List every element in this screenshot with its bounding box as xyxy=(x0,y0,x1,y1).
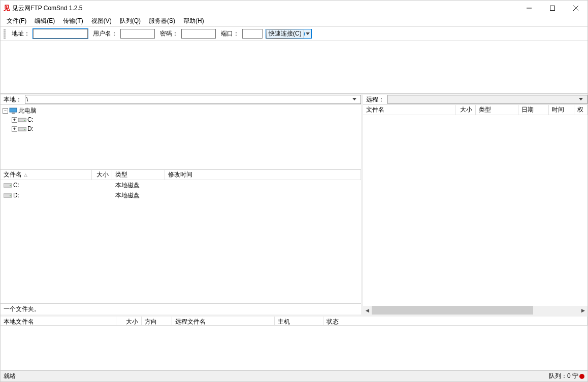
remote-horizontal-scrollbar[interactable]: ◄ ► xyxy=(363,306,587,315)
minimize-button[interactable] xyxy=(517,1,541,16)
status-ready: 就绪 xyxy=(4,372,16,380)
scroll-right-icon[interactable]: ► xyxy=(579,306,587,315)
col-filename[interactable]: 文件名 xyxy=(363,105,455,115)
local-file-list[interactable]: C: 本地磁盘 D: 本地磁盘 xyxy=(1,180,361,303)
tree-root-label[interactable]: 此电脑 xyxy=(18,107,37,115)
col-date[interactable]: 日期 xyxy=(518,105,549,115)
status-queue: 队列：0 宁 xyxy=(549,372,578,380)
local-path-combo[interactable]: \ xyxy=(25,95,361,104)
col-perm[interactable]: 权 xyxy=(574,105,587,115)
local-summary: 一个文件夹。 xyxy=(1,303,361,315)
tree-expand-icon[interactable]: + xyxy=(12,117,17,123)
tree-expand-icon[interactable]: + xyxy=(12,126,17,132)
local-list-header: 文件名△ 大小 类型 修改时间 xyxy=(1,170,361,180)
col-direction[interactable]: 方向 xyxy=(142,317,172,325)
menu-bar: 文件(F) 编辑(E) 传输(T) 视图(V) 队列(Q) 服务器(S) 帮助(… xyxy=(1,16,587,27)
drive-icon xyxy=(18,126,26,132)
remote-file-list[interactable] xyxy=(363,115,587,306)
chevron-down-icon[interactable] xyxy=(352,98,360,101)
svg-point-7 xyxy=(24,120,25,121)
col-type[interactable]: 类型 xyxy=(476,105,518,115)
local-panel: 本地： \ − 此电脑 + C: + xyxy=(1,94,363,315)
svg-point-11 xyxy=(10,185,11,186)
queue-header: 本地文件名 大小 方向 远程文件名 主机 状态 xyxy=(1,315,587,326)
queue-indicator-icon xyxy=(579,374,584,379)
remote-panel: 远程： 文件名 大小 类型 日期 时间 权 ◄ ► xyxy=(363,94,587,315)
scroll-thumb[interactable] xyxy=(372,306,533,315)
title-bar: 见 见云网FTP ComSnd 1.2.5 xyxy=(1,1,587,16)
address-input[interactable] xyxy=(33,29,88,39)
col-filename[interactable]: 文件名△ xyxy=(1,170,92,180)
window-title: 见云网FTP ComSnd 1.2.5 xyxy=(12,4,83,13)
svg-point-9 xyxy=(24,129,25,130)
col-mtime[interactable]: 修改时间 xyxy=(165,170,361,180)
status-bar: 就绪 队列：0 宁 xyxy=(1,370,587,381)
sort-asc-icon: △ xyxy=(24,172,27,178)
col-size[interactable]: 大小 xyxy=(116,317,142,325)
scroll-left-icon[interactable]: ◄ xyxy=(363,306,372,315)
port-input[interactable] xyxy=(242,29,263,39)
menu-server[interactable]: 服务器(S) xyxy=(145,16,179,26)
menu-queue[interactable]: 队列(Q) xyxy=(116,16,145,26)
menu-transfer[interactable]: 传输(T) xyxy=(59,16,87,26)
queue-list[interactable] xyxy=(1,326,587,370)
drive-icon xyxy=(18,117,26,123)
quick-connect-bar: 地址： 用户名： 密码： 端口： 快速连接(C) xyxy=(1,27,587,41)
toolbar-grip-icon xyxy=(4,29,6,39)
col-localfile[interactable]: 本地文件名 xyxy=(1,317,116,325)
list-item[interactable]: C: 本地磁盘 xyxy=(1,180,361,190)
password-input[interactable] xyxy=(181,29,216,39)
col-size[interactable]: 大小 xyxy=(455,105,476,115)
computer-icon xyxy=(9,108,17,114)
drive-icon xyxy=(4,192,12,198)
quick-connect-label: 快速连接(C) xyxy=(266,29,304,39)
remote-path-combo[interactable] xyxy=(387,95,587,104)
col-time[interactable]: 时间 xyxy=(549,105,574,115)
chevron-down-icon[interactable] xyxy=(579,98,586,101)
col-host[interactable]: 主机 xyxy=(275,317,323,325)
menu-view[interactable]: 视图(V) xyxy=(87,16,116,26)
svg-rect-4 xyxy=(10,108,17,112)
menu-edit[interactable]: 编辑(E) xyxy=(30,16,59,26)
remote-list-header: 文件名 大小 类型 日期 时间 权 xyxy=(363,105,587,115)
username-label: 用户名： xyxy=(93,29,117,38)
quick-connect-button[interactable]: 快速连接(C) xyxy=(266,29,312,39)
port-label: 端口： xyxy=(221,29,239,38)
svg-rect-5 xyxy=(12,113,15,114)
local-tree[interactable]: − 此电脑 + C: + D: xyxy=(1,105,361,170)
local-label: 本地： xyxy=(1,95,25,104)
local-path-value: \ xyxy=(26,96,28,103)
close-button[interactable] xyxy=(564,1,587,16)
svg-point-13 xyxy=(10,195,11,196)
tree-collapse-icon[interactable]: − xyxy=(3,108,8,114)
col-size[interactable]: 大小 xyxy=(92,170,112,180)
menu-help[interactable]: 帮助(H) xyxy=(179,16,208,26)
tree-drive-d[interactable]: D: xyxy=(27,125,34,132)
app-logo-icon: 见 xyxy=(4,4,10,13)
password-label: 密码： xyxy=(160,29,178,38)
menu-file[interactable]: 文件(F) xyxy=(3,16,30,26)
remote-label: 远程： xyxy=(363,95,387,104)
log-pane xyxy=(1,41,587,94)
col-remotefile[interactable]: 远程文件名 xyxy=(172,317,275,325)
address-label: 地址： xyxy=(12,29,30,38)
maximize-button[interactable] xyxy=(541,1,564,16)
col-status[interactable]: 状态 xyxy=(323,317,587,325)
scroll-track[interactable] xyxy=(372,306,579,315)
drive-icon xyxy=(4,182,12,188)
col-type[interactable]: 类型 xyxy=(112,170,165,180)
svg-rect-1 xyxy=(550,6,555,11)
quick-connect-dropdown[interactable] xyxy=(304,32,311,36)
tree-drive-c[interactable]: C: xyxy=(27,116,34,123)
username-input[interactable] xyxy=(120,29,155,39)
list-item[interactable]: D: 本地磁盘 xyxy=(1,190,361,200)
